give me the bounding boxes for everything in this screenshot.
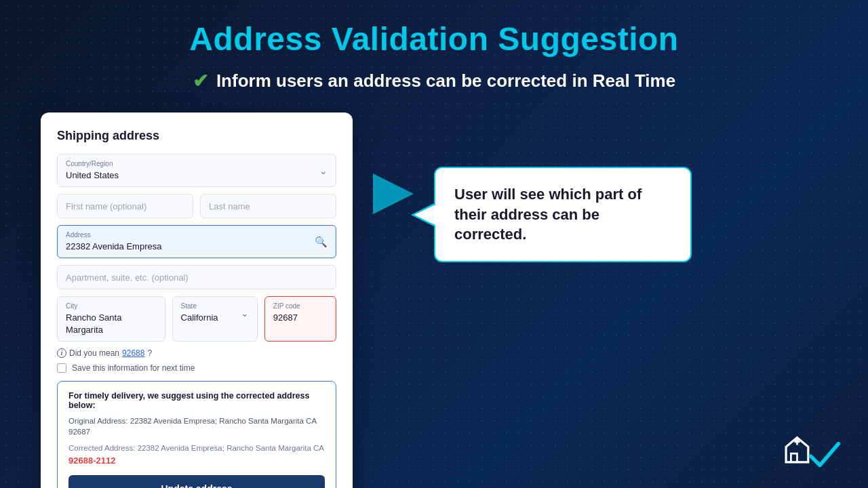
- first-name-field[interactable]: First name (optional): [57, 194, 193, 218]
- save-info-label: Save this information for next time: [72, 363, 195, 373]
- save-info-row: Save this information for next time: [57, 363, 336, 373]
- did-you-mean-suffix: ?: [147, 348, 152, 358]
- state-chevron-icon: ⌄: [241, 308, 249, 319]
- callout-text: User will see which part of their addres…: [454, 184, 671, 245]
- corrected-zip-highlight: 92688-2112: [68, 455, 325, 467]
- did-you-mean-row: i Did you mean 92688?: [57, 348, 336, 358]
- search-icon: 🔍: [315, 236, 328, 248]
- zip-label: ZIP code: [273, 302, 328, 310]
- info-icon: i: [57, 348, 66, 358]
- logo-area: [780, 431, 848, 474]
- city-state-zip-row: City Rancho Santa Margarita State Califo…: [57, 296, 336, 342]
- city-label: City: [66, 302, 157, 310]
- zip-field[interactable]: ZIP code 92687: [264, 296, 336, 342]
- country-value: United States: [66, 170, 119, 180]
- company-logo: [780, 431, 848, 472]
- diagonal-arrow-icon: [373, 167, 414, 221]
- original-label: Original Address:: [68, 417, 128, 425]
- save-info-checkbox[interactable]: [57, 363, 66, 373]
- arrow-separator: [373, 113, 414, 221]
- svg-marker-0: [373, 174, 414, 214]
- city-field[interactable]: City Rancho Santa Margarita: [57, 296, 165, 342]
- apartment-field[interactable]: Apartment, suite, etc. (optional): [57, 265, 336, 289]
- callout-box: User will see which part of their addres…: [434, 167, 692, 262]
- address-label: Address: [66, 231, 309, 239]
- main-content: Address Validation Suggestion ✔ Inform u…: [0, 0, 868, 488]
- callout-area: User will see which part of their addres…: [434, 113, 827, 262]
- corrected-label: Corrected Address:: [68, 444, 135, 452]
- state-select-inner: State California ⌄: [181, 302, 249, 323]
- update-address-button[interactable]: Update address: [68, 475, 325, 488]
- country-select[interactable]: Country/Region United States ⌄: [57, 154, 336, 187]
- address-field[interactable]: Address 22382 Avenida Empresa 🔍: [57, 225, 336, 258]
- did-you-mean-prefix: Did you mean: [69, 348, 119, 358]
- subtitle-text: Inform users an address can be corrected…: [216, 70, 675, 92]
- address-value: 22382 Avenida Empresa: [66, 241, 161, 251]
- name-row: First name (optional) Last name: [57, 194, 336, 218]
- suggestion-header: For timely delivery, we suggest using th…: [68, 391, 325, 410]
- country-select-inner: Country/Region United States: [66, 160, 119, 181]
- zip-value: 92687: [273, 312, 298, 323]
- checkmark-icon: ✔: [193, 70, 208, 92]
- form-card: Shipping address Country/Region United S…: [41, 113, 353, 488]
- state-field[interactable]: State California ⌄: [172, 296, 258, 342]
- apartment-placeholder: Apartment, suite, etc. (optional): [66, 272, 189, 283]
- last-name-placeholder: Last name: [209, 201, 250, 211]
- city-value: Rancho Santa Margarita: [66, 312, 121, 335]
- country-label: Country/Region: [66, 160, 119, 167]
- page-subtitle: ✔ Inform users an address can be correct…: [193, 70, 675, 92]
- last-name-field[interactable]: Last name: [200, 194, 336, 218]
- form-card-title: Shipping address: [57, 129, 336, 143]
- suggestion-box: For timely delivery, we suggest using th…: [57, 381, 336, 488]
- state-label: State: [181, 302, 218, 310]
- original-address: Original Address: 22382 Avenida Empresa;…: [68, 415, 325, 437]
- page-title: Address Validation Suggestion: [189, 20, 678, 58]
- first-name-placeholder: First name (optional): [66, 201, 146, 211]
- did-you-mean-link[interactable]: 92688: [122, 348, 144, 358]
- chevron-down-icon: ⌄: [319, 165, 328, 176]
- state-value: California: [181, 312, 218, 323]
- corrected-value: 22382 Avenida Empresa; Rancho Santa Marg…: [138, 444, 324, 452]
- corrected-address: Corrected Address: 22382 Avenida Empresa…: [68, 443, 325, 467]
- main-layout: Shipping address Country/Region United S…: [0, 113, 868, 488]
